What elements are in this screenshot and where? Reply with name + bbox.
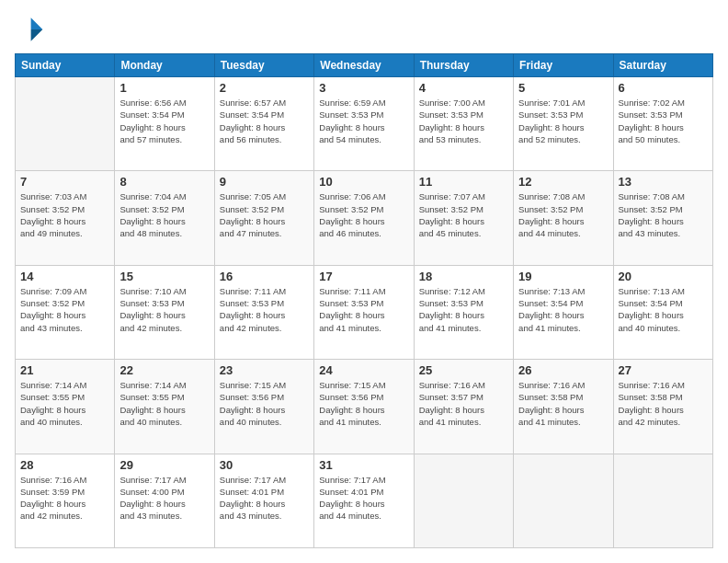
day-info: Sunrise: 7:00 AMSunset: 3:53 PMDaylight:… [419, 97, 508, 145]
header-day-friday: Friday [514, 54, 613, 77]
calendar-cell: 12Sunrise: 7:08 AMSunset: 3:52 PMDayligh… [514, 171, 613, 265]
calendar-cell: 3Sunrise: 6:59 AMSunset: 3:53 PMDaylight… [314, 77, 414, 171]
calendar-cell [414, 454, 513, 547]
day-info: Sunrise: 7:01 AMSunset: 3:53 PMDaylight:… [518, 97, 608, 145]
calendar-cell: 27Sunrise: 7:16 AMSunset: 3:58 PMDayligh… [613, 360, 712, 454]
logo-icon [15, 15, 44, 44]
day-number: 10 [319, 175, 408, 189]
calendar-cell: 1Sunrise: 6:56 AMSunset: 3:54 PMDaylight… [115, 77, 214, 171]
calendar-header-row: SundayMondayTuesdayWednesdayThursdayFrid… [16, 54, 713, 77]
day-number: 6 [619, 81, 708, 95]
day-info: Sunrise: 7:03 AMSunset: 3:52 PMDaylight:… [20, 190, 109, 239]
calendar-cell: 16Sunrise: 7:11 AMSunset: 3:53 PMDayligh… [214, 265, 313, 359]
day-number: 30 [220, 458, 309, 472]
day-info: Sunrise: 7:17 AMSunset: 4:00 PMDaylight:… [119, 474, 209, 523]
calendar-cell: 19Sunrise: 7:13 AMSunset: 3:54 PMDayligh… [514, 265, 613, 359]
day-number: 29 [119, 458, 209, 472]
day-number: 5 [518, 81, 608, 95]
day-number: 2 [220, 81, 309, 95]
day-number: 11 [419, 175, 508, 189]
calendar-cell: 14Sunrise: 7:09 AMSunset: 3:52 PMDayligh… [16, 265, 115, 359]
day-info: Sunrise: 7:10 AMSunset: 3:53 PMDaylight:… [119, 285, 209, 334]
calendar-week-row: 7Sunrise: 7:03 AMSunset: 3:52 PMDaylight… [16, 171, 713, 265]
day-info: Sunrise: 7:07 AMSunset: 3:52 PMDaylight:… [419, 190, 508, 239]
calendar-week-row: 14Sunrise: 7:09 AMSunset: 3:52 PMDayligh… [16, 265, 713, 359]
day-number: 17 [319, 270, 408, 283]
day-number: 28 [20, 458, 109, 472]
day-info: Sunrise: 7:08 AMSunset: 3:52 PMDaylight:… [619, 190, 708, 239]
header-day-monday: Monday [115, 54, 214, 77]
day-number: 13 [619, 175, 708, 189]
day-info: Sunrise: 7:13 AMSunset: 3:54 PMDaylight:… [518, 285, 608, 334]
day-info: Sunrise: 6:59 AMSunset: 3:53 PMDaylight:… [319, 97, 408, 145]
day-info: Sunrise: 7:17 AMSunset: 4:01 PMDaylight:… [319, 474, 408, 523]
day-number: 26 [518, 363, 608, 377]
calendar-week-row: 28Sunrise: 7:16 AMSunset: 3:59 PMDayligh… [16, 454, 713, 547]
calendar-cell: 21Sunrise: 7:14 AMSunset: 3:55 PMDayligh… [16, 360, 115, 454]
day-info: Sunrise: 7:13 AMSunset: 3:54 PMDaylight:… [619, 285, 708, 334]
calendar-cell: 13Sunrise: 7:08 AMSunset: 3:52 PMDayligh… [613, 171, 712, 265]
logo [15, 15, 48, 44]
day-info: Sunrise: 7:08 AMSunset: 3:52 PMDaylight:… [518, 190, 608, 239]
day-info: Sunrise: 7:11 AMSunset: 3:53 PMDaylight:… [319, 285, 408, 334]
day-info: Sunrise: 7:16 AMSunset: 3:58 PMDaylight:… [619, 379, 708, 428]
header-day-sunday: Sunday [16, 54, 115, 77]
calendar-cell [613, 454, 712, 547]
calendar-cell: 7Sunrise: 7:03 AMSunset: 3:52 PMDaylight… [16, 171, 115, 265]
svg-marker-1 [31, 29, 43, 41]
calendar-cell: 11Sunrise: 7:07 AMSunset: 3:52 PMDayligh… [414, 171, 513, 265]
day-info: Sunrise: 7:15 AMSunset: 3:56 PMDaylight:… [319, 379, 408, 428]
day-number: 16 [220, 270, 309, 283]
day-info: Sunrise: 6:57 AMSunset: 3:54 PMDaylight:… [220, 97, 309, 145]
day-number: 23 [220, 363, 309, 377]
day-info: Sunrise: 7:02 AMSunset: 3:53 PMDaylight:… [619, 97, 708, 145]
page: SundayMondayTuesdayWednesdayThursdayFrid… [0, 0, 728, 563]
calendar-table: SundayMondayTuesdayWednesdayThursdayFrid… [15, 53, 713, 548]
header-day-tuesday: Tuesday [214, 54, 313, 77]
day-info: Sunrise: 6:56 AMSunset: 3:54 PMDaylight:… [119, 97, 209, 145]
day-info: Sunrise: 7:06 AMSunset: 3:52 PMDaylight:… [319, 190, 408, 239]
day-info: Sunrise: 7:16 AMSunset: 3:59 PMDaylight:… [20, 474, 109, 523]
calendar-cell: 26Sunrise: 7:16 AMSunset: 3:58 PMDayligh… [514, 360, 613, 454]
svg-marker-0 [31, 17, 43, 29]
day-number: 3 [319, 81, 408, 95]
day-number: 21 [20, 363, 109, 377]
calendar-cell [514, 454, 613, 547]
day-number: 24 [319, 363, 408, 377]
day-number: 12 [518, 175, 608, 189]
day-info: Sunrise: 7:16 AMSunset: 3:57 PMDaylight:… [419, 379, 508, 428]
calendar-cell [16, 77, 115, 171]
day-number: 14 [20, 270, 109, 283]
day-number: 25 [419, 363, 508, 377]
day-info: Sunrise: 7:09 AMSunset: 3:52 PMDaylight:… [20, 285, 109, 334]
calendar-cell: 23Sunrise: 7:15 AMSunset: 3:56 PMDayligh… [214, 360, 313, 454]
calendar-week-row: 21Sunrise: 7:14 AMSunset: 3:55 PMDayligh… [16, 360, 713, 454]
calendar-cell: 4Sunrise: 7:00 AMSunset: 3:53 PMDaylight… [414, 77, 513, 171]
calendar-cell: 5Sunrise: 7:01 AMSunset: 3:53 PMDaylight… [514, 77, 613, 171]
calendar-cell: 15Sunrise: 7:10 AMSunset: 3:53 PMDayligh… [115, 265, 214, 359]
calendar-cell: 30Sunrise: 7:17 AMSunset: 4:01 PMDayligh… [214, 454, 313, 547]
calendar-cell: 2Sunrise: 6:57 AMSunset: 3:54 PMDaylight… [214, 77, 313, 171]
calendar-cell: 28Sunrise: 7:16 AMSunset: 3:59 PMDayligh… [16, 454, 115, 547]
header [15, 15, 713, 44]
calendar-cell: 22Sunrise: 7:14 AMSunset: 3:55 PMDayligh… [115, 360, 214, 454]
calendar-cell: 18Sunrise: 7:12 AMSunset: 3:53 PMDayligh… [414, 265, 513, 359]
day-number: 8 [119, 175, 209, 189]
day-number: 18 [419, 270, 508, 283]
day-number: 19 [518, 270, 608, 283]
day-info: Sunrise: 7:05 AMSunset: 3:52 PMDaylight:… [220, 190, 309, 239]
calendar-cell: 9Sunrise: 7:05 AMSunset: 3:52 PMDaylight… [214, 171, 313, 265]
day-info: Sunrise: 7:12 AMSunset: 3:53 PMDaylight:… [419, 285, 508, 334]
header-day-thursday: Thursday [414, 54, 513, 77]
day-number: 9 [220, 175, 309, 189]
day-number: 1 [119, 81, 209, 95]
calendar-cell: 31Sunrise: 7:17 AMSunset: 4:01 PMDayligh… [314, 454, 414, 547]
day-info: Sunrise: 7:11 AMSunset: 3:53 PMDaylight:… [220, 285, 309, 334]
day-number: 20 [619, 270, 708, 283]
day-info: Sunrise: 7:04 AMSunset: 3:52 PMDaylight:… [119, 190, 209, 239]
calendar-cell: 10Sunrise: 7:06 AMSunset: 3:52 PMDayligh… [314, 171, 414, 265]
calendar-cell: 17Sunrise: 7:11 AMSunset: 3:53 PMDayligh… [314, 265, 414, 359]
day-number: 15 [119, 270, 209, 283]
calendar-cell: 8Sunrise: 7:04 AMSunset: 3:52 PMDaylight… [115, 171, 214, 265]
day-info: Sunrise: 7:16 AMSunset: 3:58 PMDaylight:… [518, 379, 608, 428]
